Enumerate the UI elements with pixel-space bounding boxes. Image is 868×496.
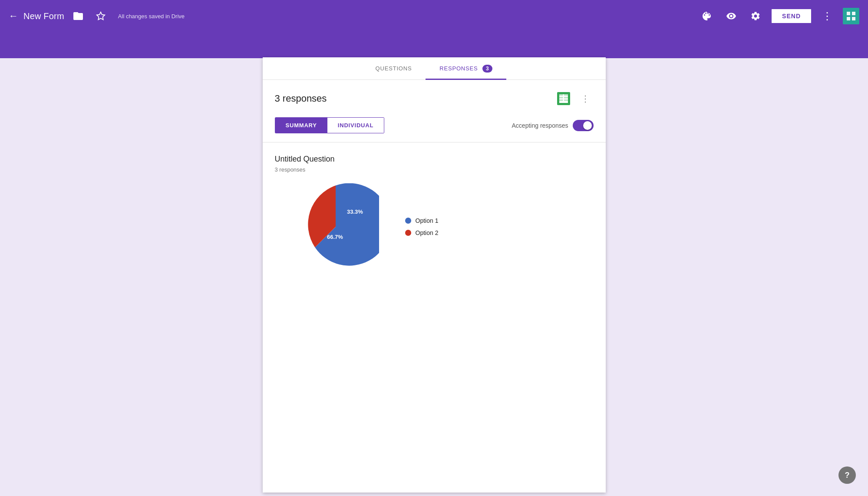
- main-area: QUESTIONS RESPONSES 3 3 responses: [0, 58, 868, 493]
- tab-questions[interactable]: QUESTIONS: [362, 57, 426, 79]
- chart-area: 66.7% 33.3% Option 1 Option 2: [275, 183, 594, 270]
- help-button[interactable]: ?: [838, 466, 856, 484]
- view-toggle-group: SUMMARY INDIVIDUAL: [275, 117, 385, 133]
- form-title: New Form: [23, 11, 64, 21]
- palette-icon[interactable]: [698, 7, 716, 25]
- option2-dot: [405, 230, 411, 236]
- svg-rect-2: [847, 12, 850, 15]
- responses-count: 3 responses: [275, 93, 327, 104]
- folder-icon[interactable]: [69, 7, 87, 25]
- legend-option2: Option 2: [405, 229, 439, 236]
- pie-chart: 66.7% 33.3%: [292, 183, 379, 270]
- svg-rect-8: [559, 94, 563, 96]
- svg-rect-13: [564, 99, 568, 101]
- svg-rect-5: [852, 17, 855, 20]
- question-response-count: 3 responses: [275, 166, 594, 173]
- header-right: SEND ⋮: [698, 7, 859, 25]
- option2-legend-label: Option 2: [416, 229, 439, 236]
- form-card: QUESTIONS RESPONSES 3 3 responses: [263, 57, 606, 493]
- view-toggle: SUMMARY INDIVIDUAL Accepting responses: [263, 114, 606, 142]
- header-left: ← New Form All changes saved in Drive: [9, 7, 693, 25]
- tab-responses[interactable]: RESPONSES 3: [426, 57, 506, 79]
- star-icon[interactable]: [92, 7, 109, 25]
- svg-rect-4: [847, 17, 850, 20]
- responses-more-icon[interactable]: ⋮: [577, 90, 594, 107]
- send-button[interactable]: SEND: [771, 9, 812, 23]
- sheets-icon[interactable]: [555, 90, 572, 107]
- option1-label: 66.7%: [327, 234, 343, 240]
- option1-dot: [405, 218, 411, 224]
- svg-rect-9: [564, 94, 568, 96]
- chart-legend: Option 1 Option 2: [405, 217, 439, 236]
- svg-rect-3: [852, 12, 855, 15]
- individual-button[interactable]: INDIVIDUAL: [327, 118, 384, 133]
- option1-legend-label: Option 1: [416, 217, 439, 224]
- responses-badge: 3: [482, 65, 492, 73]
- responses-actions: ⋮: [555, 90, 594, 107]
- purple-band: [0, 32, 868, 58]
- svg-rect-12: [559, 99, 563, 101]
- avatar[interactable]: [843, 8, 859, 24]
- svg-rect-10: [559, 97, 563, 99]
- tabs-bar: QUESTIONS RESPONSES 3: [263, 57, 606, 80]
- settings-icon[interactable]: [747, 7, 764, 25]
- back-button[interactable]: ←: [9, 10, 18, 22]
- option2-label: 33.3%: [347, 208, 363, 215]
- preview-icon[interactable]: [723, 7, 740, 25]
- svg-rect-11: [564, 97, 568, 99]
- svg-marker-0: [97, 12, 105, 20]
- accepting-label: Accepting responses: [512, 122, 568, 129]
- accepting-toggle[interactable]: [573, 120, 594, 131]
- accepting-responses: Accepting responses: [512, 120, 594, 131]
- legend-option1: Option 1: [405, 217, 439, 224]
- more-options-icon[interactable]: ⋮: [818, 7, 836, 25]
- summary-button[interactable]: SUMMARY: [275, 118, 327, 133]
- question-title: Untitled Question: [275, 155, 594, 164]
- save-status: All changes saved in Drive: [118, 13, 185, 20]
- question-card: Untitled Question 3 responses: [263, 142, 606, 288]
- header: ← New Form All changes saved in Drive SE…: [0, 0, 868, 32]
- responses-header: 3 responses: [263, 80, 606, 114]
